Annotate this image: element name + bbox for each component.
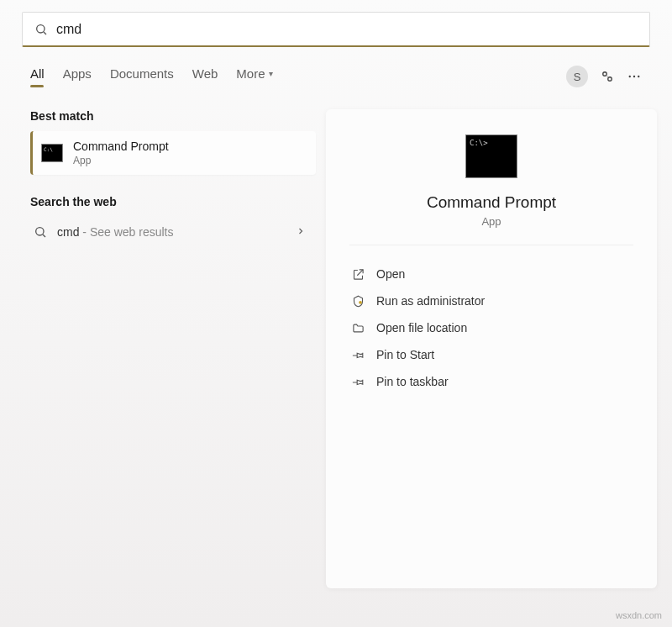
action-pin-to-taskbar[interactable]: Pin to taskbar	[349, 368, 633, 395]
svg-point-5	[629, 76, 631, 77]
tab-all[interactable]: All	[30, 66, 45, 87]
watermark: wsxdn.com	[616, 610, 662, 620]
action-open[interactable]: Open	[349, 261, 633, 287]
search-bar[interactable]	[22, 12, 650, 47]
svg-point-3	[608, 77, 612, 82]
action-label: Pin to taskbar	[376, 375, 449, 388]
command-prompt-icon	[41, 144, 63, 162]
action-open-file-location[interactable]: Open file location	[349, 314, 633, 341]
open-icon	[351, 268, 365, 281]
command-prompt-icon-large	[465, 134, 517, 178]
chevron-right-icon	[296, 225, 306, 239]
tab-web[interactable]: Web	[192, 66, 218, 87]
best-match-subtitle: App	[73, 155, 169, 166]
svg-line-1	[44, 32, 46, 34]
best-match-heading: Best match	[30, 109, 316, 123]
folder-icon	[351, 322, 365, 335]
shield-icon	[351, 295, 365, 308]
user-avatar[interactable]: S	[566, 66, 588, 87]
action-label: Pin to Start	[376, 348, 434, 361]
svg-line-9	[43, 234, 45, 237]
action-label: Run as administrator	[376, 294, 485, 308]
svg-point-6	[633, 76, 635, 77]
action-run-as-admin[interactable]: Run as administrator	[349, 287, 633, 314]
web-result-label: cmd - See web results	[57, 225, 286, 239]
action-label: Open file location	[376, 321, 467, 335]
detail-panel: Command Prompt App Open Run as administr…	[326, 109, 657, 588]
svg-point-0	[37, 24, 45, 32]
svg-point-2	[603, 72, 607, 76]
search-input[interactable]	[56, 22, 638, 37]
search-icon	[34, 23, 48, 36]
best-match-result[interactable]: Command Prompt App	[30, 131, 316, 175]
svg-point-7	[638, 76, 639, 77]
svg-point-8	[36, 228, 44, 235]
more-options-icon[interactable]	[627, 69, 642, 84]
best-match-title: Command Prompt	[73, 140, 169, 153]
tab-apps[interactable]: Apps	[63, 66, 92, 87]
action-label: Open	[376, 267, 405, 281]
tab-more[interactable]: More ▾	[236, 66, 272, 87]
pin-icon	[351, 376, 365, 388]
pin-icon	[351, 349, 365, 361]
tab-documents[interactable]: Documents	[110, 66, 174, 87]
search-settings-icon[interactable]	[600, 69, 615, 84]
search-icon	[34, 225, 47, 239]
chevron-down-icon: ▾	[269, 69, 273, 78]
web-result-item[interactable]: cmd - See web results	[30, 217, 316, 247]
svg-point-10	[359, 300, 362, 303]
search-web-heading: Search the web	[30, 195, 316, 208]
action-pin-to-start[interactable]: Pin to Start	[349, 341, 633, 368]
detail-title: Command Prompt	[349, 193, 633, 212]
detail-subtitle: App	[349, 215, 633, 228]
filter-tabs: All Apps Documents Web More ▾	[30, 66, 273, 87]
